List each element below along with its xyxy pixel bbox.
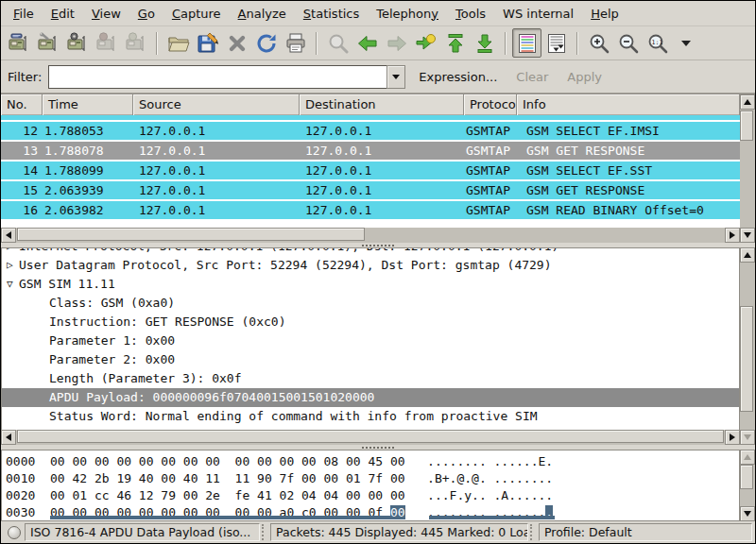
hex-row[interactable]: 001000 42 2b 19 40 00 40 11 11 90 7f 00 …	[6, 470, 739, 487]
menu-file[interactable]: File	[5, 2, 43, 26]
detail-line-length[interactable]: Length (Parameter 3): 0x0f	[2, 369, 739, 388]
capture-start-button[interactable]	[62, 28, 92, 58]
autoscroll-button[interactable]	[541, 28, 571, 58]
packet-list-hscrollbar[interactable]	[1, 228, 740, 243]
reload-icon	[255, 32, 278, 55]
go-top-button[interactable]	[440, 28, 470, 58]
hex-dump-body[interactable]: 000000 00 00 00 00 00 00 00 00 00 00 00 …	[1, 450, 740, 521]
packet-row-selected[interactable]: 131.788078127.0.0.1127.0.0.1GSMTAPGSM GE…	[1, 142, 740, 160]
go-to-packet-button[interactable]	[411, 28, 440, 58]
scrollbar-thumb[interactable]	[740, 465, 753, 489]
expander-collapsed-icon[interactable]	[7, 256, 13, 275]
toolbar-separator	[576, 32, 578, 55]
column-header-time[interactable]: Time	[43, 94, 133, 115]
detail-line-parameter1[interactable]: Parameter 1: 0x00	[2, 332, 739, 350]
scroll-right-button[interactable]	[725, 228, 740, 243]
scroll-left-button[interactable]	[1, 430, 16, 445]
zoom-100-button[interactable]: 1:1	[643, 28, 672, 58]
detail-line-instruction[interactable]: Instruction: GET RESPONSE (0xc0)	[2, 313, 739, 332]
details-vscrollbar[interactable]	[740, 247, 755, 445]
detail-line-ip[interactable]: Internet Protocol, Src: 127.0.0.1 (127.0…	[2, 247, 739, 256]
detail-line-status-word[interactable]: Status Word: Normal ending of command wi…	[2, 407, 739, 426]
menu-capture[interactable]: Capture	[163, 2, 230, 26]
scrollbar-thumb[interactable]	[17, 228, 365, 241]
detail-line-class[interactable]: Class: GSM (0xa0)	[2, 294, 739, 313]
list-interfaces-button[interactable]	[4, 28, 33, 58]
expression-button[interactable]: Expression...	[419, 70, 497, 84]
packet-row[interactable]: 162.063982127.0.0.1127.0.0.1GSMTAPGSM RE…	[1, 201, 740, 219]
scroll-down-button[interactable]	[740, 506, 755, 521]
scroll-up-button-disabled[interactable]	[740, 450, 755, 465]
menu-statistics[interactable]: Statistics	[295, 2, 368, 26]
packet-row[interactable]: 121.788053127.0.0.1127.0.0.1GSMTAPGSM SE…	[1, 122, 740, 140]
column-header-source[interactable]: Source	[133, 94, 300, 115]
column-header-no[interactable]: No.	[1, 94, 43, 115]
clear-button[interactable]: Clear	[516, 70, 548, 84]
menu-edit[interactable]: Edit	[43, 2, 83, 26]
find-packet-button[interactable]	[323, 28, 352, 58]
menu-telephony[interactable]: Telephony	[368, 2, 447, 26]
expert-info-icon[interactable]	[8, 526, 21, 539]
menu-go[interactable]: Go	[129, 2, 163, 26]
autoscroll-icon	[545, 32, 568, 55]
zoom-out-button[interactable]	[613, 28, 643, 58]
colorize-button[interactable]	[512, 28, 541, 58]
column-header-info[interactable]: Info	[517, 94, 740, 115]
packet-row[interactable]: 141.788099127.0.0.1127.0.0.1GSMTAPGSM SE…	[1, 162, 740, 179]
column-header-protocol[interactable]: Protocol	[464, 94, 517, 115]
go-bottom-icon	[473, 32, 496, 55]
print-button[interactable]	[281, 28, 310, 58]
apply-button[interactable]: Apply	[567, 70, 602, 84]
hex-row[interactable]: 002000 01 cc 46 12 79 00 2e fe 41 02 04 …	[6, 487, 739, 504]
splitter-grip-icon	[362, 245, 394, 246]
detail-line-gsm-sim[interactable]: GSM SIM 11.11	[2, 275, 739, 294]
detail-line-apdu-payload-selected[interactable]: APDU Payload: 000000096f0704001500150102…	[2, 388, 739, 407]
go-top-icon	[444, 32, 467, 55]
go-back-button[interactable]	[352, 28, 382, 58]
reload-button[interactable]	[251, 28, 281, 58]
status-packet-counts: Packets: 445 Displayed: 445 Marked: 0 Lo…	[270, 523, 528, 541]
open-file-button[interactable]	[163, 28, 193, 58]
go-forward-button[interactable]	[382, 28, 411, 58]
zoom-in-button[interactable]	[584, 28, 613, 58]
capture-options-button[interactable]	[33, 28, 62, 58]
capture-restart-button[interactable]	[121, 28, 150, 58]
detail-line-parameter2[interactable]: Parameter 2: 0x00	[2, 350, 739, 369]
scroll-up-button[interactable]	[740, 94, 755, 110]
toolbar-separator	[316, 32, 318, 55]
detail-line-udp[interactable]: User Datagram Protocol, Src Port: 52294 …	[2, 256, 739, 275]
toolbar-overflow-icon[interactable]	[681, 41, 691, 46]
find-packet-icon	[327, 32, 350, 55]
scroll-down-button[interactable]	[740, 228, 755, 243]
menu-ws-internal[interactable]: WS internal	[494, 2, 582, 26]
go-bottom-button[interactable]	[470, 28, 499, 58]
capture-start-icon	[66, 32, 89, 55]
scroll-up-button[interactable]	[740, 247, 755, 263]
scrollbar-thumb[interactable]	[740, 306, 753, 412]
details-hscrollbar[interactable]	[1, 430, 740, 445]
capture-stop-button[interactable]	[92, 28, 121, 58]
menu-view[interactable]: View	[83, 2, 129, 26]
expander-expanded-icon[interactable]	[7, 275, 13, 294]
scroll-left-button[interactable]	[1, 228, 16, 243]
close-file-button[interactable]	[222, 28, 251, 58]
packet-row[interactable]: 111.787891127.0.0.1127.0.0.1GSMTAPGSM GE…	[1, 115, 740, 120]
scroll-down-button-disabled[interactable]	[740, 430, 755, 445]
menu-analyze[interactable]: Analyze	[230, 2, 295, 26]
scrollbar-thumb[interactable]	[740, 110, 753, 141]
hex-row[interactable]: 000000 00 00 00 00 00 00 00 00 00 00 00 …	[6, 453, 739, 470]
scrollbar-thumb[interactable]	[17, 430, 724, 443]
column-header-destination[interactable]: Destination	[300, 94, 464, 115]
wireshark-window: File Edit View Go Capture Analyze Statis…	[0, 0, 756, 544]
packet-list-vscrollbar[interactable]	[740, 94, 755, 243]
filter-input[interactable]	[48, 65, 387, 89]
expander-collapsed-icon[interactable]	[7, 247, 13, 256]
packet-row[interactable]: 152.063939127.0.0.1127.0.0.1GSMTAPGSM GE…	[1, 181, 740, 199]
scroll-right-button[interactable]	[725, 430, 740, 445]
menu-help[interactable]: Help	[582, 2, 627, 26]
save-file-button[interactable]	[193, 28, 222, 58]
menu-tools[interactable]: Tools	[447, 2, 494, 26]
hex-vscrollbar[interactable]	[740, 450, 755, 521]
filter-dropdown-button[interactable]	[387, 65, 405, 89]
packet-details-tree: Internet Protocol, Src: 127.0.0.1 (127.0…	[1, 247, 740, 430]
